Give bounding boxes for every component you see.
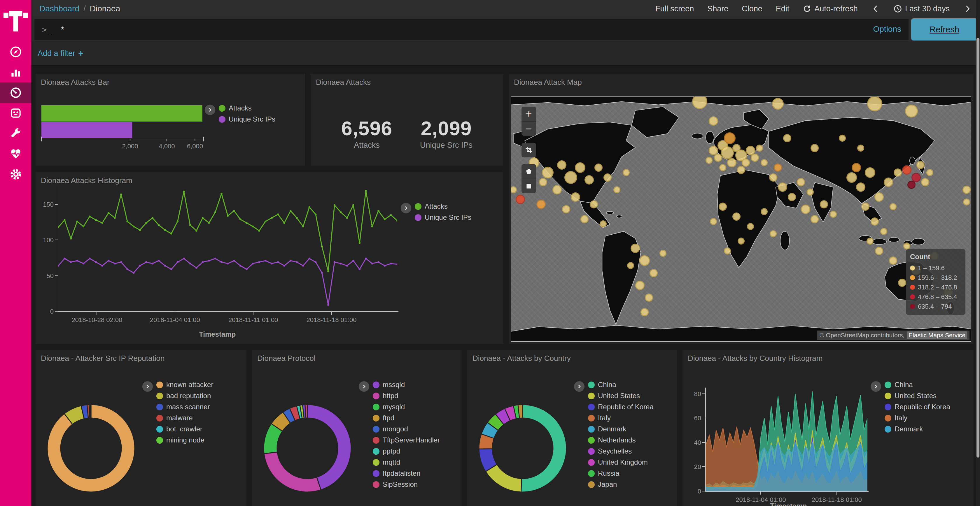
country-donut-chart[interactable]	[478, 404, 567, 493]
sidebar-item-monitoring[interactable]	[0, 144, 31, 164]
legend-item[interactable]: ftpd	[373, 414, 440, 422]
legend-item[interactable]: China	[885, 381, 950, 388]
search-input[interactable]: >_ *	[34, 19, 908, 40]
panel-title: Dionaea Attack Map	[514, 78, 582, 87]
legend-item[interactable]: malware	[156, 414, 213, 422]
attack-location-dot	[926, 169, 933, 176]
scrollbar	[976, 0, 980, 506]
attack-location-dot	[747, 223, 754, 230]
legend-item[interactable]: SipSession	[373, 481, 440, 488]
axis-tick-label	[175, 311, 175, 315]
legend: ChinaUnited StatesRepublic of KoreaItaly…	[574, 381, 654, 488]
legend-toggle-icon[interactable]	[401, 203, 411, 213]
polygon-tool-icon[interactable]	[522, 164, 536, 179]
legend-item[interactable]: China	[588, 381, 654, 388]
reputation-donut-chart[interactable]	[47, 404, 135, 493]
legend-item[interactable]: Denmark	[588, 425, 654, 433]
legend-item[interactable]: mssqld	[373, 381, 440, 388]
legend-item[interactable]: bot, crawler	[156, 425, 213, 433]
protocol-donut-chart[interactable]	[263, 404, 352, 493]
add-filter-button[interactable]: Add a filter +	[38, 48, 83, 59]
axis-tick-label: 80	[687, 390, 701, 398]
legend-item[interactable]: Attacks	[219, 105, 275, 112]
world-map[interactable]: + − Count 1 – 159.6159.6 – 318.2318.2 – …	[511, 97, 971, 342]
legend-item[interactable]: bad reputation	[156, 392, 213, 399]
map-legend-item: 476.8 – 635.4	[910, 292, 961, 302]
sidebar-item-discover[interactable]	[0, 42, 31, 62]
legend-toggle-icon[interactable]	[574, 381, 584, 392]
clone-button[interactable]: Clone	[742, 5, 762, 13]
legend-toggle-icon[interactable]	[142, 381, 153, 392]
query-bar: >_ * Options Refresh	[31, 17, 980, 41]
legend-item[interactable]: Italy	[588, 414, 654, 422]
legend-item[interactable]: mining node	[156, 437, 213, 444]
map-attribution: © OpenStreetMap contributors, Elastic Ma…	[817, 330, 969, 340]
scrollbar-thumb[interactable]	[977, 38, 979, 458]
edit-button[interactable]: Edit	[776, 5, 789, 13]
legend-item[interactable]: Japan	[588, 481, 654, 488]
sidebar-item-devtools[interactable]	[0, 123, 31, 144]
legend-color-dot	[588, 470, 595, 477]
attack-location-dot	[557, 160, 566, 170]
sidebar-item-management[interactable]	[0, 164, 31, 184]
auto-refresh-button[interactable]: Auto-refresh	[803, 5, 858, 13]
sidebar-item-timelion[interactable]	[0, 103, 31, 123]
sidebar-item-dashboard[interactable]	[0, 82, 31, 103]
legend-item[interactable]: Republic of Korea	[885, 403, 950, 411]
legend-item[interactable]: mysqld	[373, 403, 440, 411]
axis-tick-label	[837, 491, 837, 495]
legend-item[interactable]: Russia	[588, 470, 654, 477]
axis-tick-label	[702, 491, 705, 492]
share-button[interactable]: Share	[707, 5, 728, 13]
time-range-picker[interactable]: Last 30 days	[893, 5, 950, 13]
legend-color-dot	[885, 393, 891, 399]
attack-location-dot	[870, 217, 879, 225]
t-mobile-logo-icon[interactable]	[0, 3, 31, 35]
legend-item[interactable]: mongod	[373, 425, 440, 433]
legend-item[interactable]: Attacks	[415, 203, 471, 210]
legend-item[interactable]: known attacker	[156, 381, 213, 388]
sidebar-item-visualize[interactable]	[0, 62, 31, 82]
legend-item[interactable]: Unique Src IPs	[219, 116, 275, 123]
panel-protocol: Dionaea Protocol mssqldhttpdmysqldftpdmo…	[252, 350, 462, 506]
legend-item[interactable]: Denmark	[885, 425, 950, 433]
legend-item[interactable]: ftpdatalisten	[373, 470, 440, 477]
elastic-maps-service-link[interactable]: Elastic Maps Service	[907, 332, 967, 339]
legend-item[interactable]: httpd	[373, 392, 440, 399]
legend-item[interactable]: mass scanner	[156, 403, 213, 411]
legend-item[interactable]: pptpd	[373, 448, 440, 455]
legend-item[interactable]: TftpServerHandler	[373, 437, 440, 444]
attack-location-dot	[760, 159, 768, 166]
zoom-out-button[interactable]: −	[522, 121, 536, 136]
legend-item[interactable]: Unique Src IPs	[415, 214, 471, 221]
legend-item[interactable]: United States	[885, 392, 950, 399]
attack-location-dot	[706, 157, 713, 164]
legend-toggle-icon[interactable]	[870, 381, 881, 392]
legend-label: Attacks	[229, 104, 252, 112]
legend-item[interactable]: mqttd	[373, 459, 440, 466]
legend-item[interactable]: Netherlands	[588, 437, 654, 444]
breadcrumb-dashboard-link[interactable]: Dashboard	[40, 4, 80, 13]
refresh-button[interactable]: Refresh	[911, 18, 978, 41]
rectangle-tool-icon[interactable]	[522, 179, 536, 193]
full-screen-button[interactable]: Full screen	[655, 5, 694, 13]
legend-item[interactable]: Republic of Korea	[588, 403, 654, 411]
legend-item[interactable]: Italy	[885, 414, 950, 422]
legend-item[interactable]: United States	[588, 392, 654, 399]
legend-label: United States	[598, 392, 640, 400]
attack-location-dot	[905, 105, 918, 117]
attack-location-dot	[963, 186, 970, 194]
legend-toggle-icon[interactable]	[359, 381, 369, 392]
attack-location-dot	[565, 171, 577, 184]
legend-toggle-icon[interactable]	[205, 105, 215, 115]
crop-icon[interactable]	[522, 143, 536, 157]
metric-unique-src-ips: 2,099 Unique Src IPs	[420, 117, 473, 150]
attack-location-dot	[867, 97, 882, 111]
legend-item[interactable]: Seychelles	[588, 448, 654, 455]
legend-item[interactable]: United Kingdom	[588, 459, 654, 466]
time-back-button[interactable]	[871, 5, 880, 13]
zoom-in-button[interactable]: +	[522, 107, 536, 121]
axis-tick-label	[705, 491, 869, 492]
options-link[interactable]: Options	[873, 24, 902, 34]
time-forward-button[interactable]	[963, 5, 972, 13]
